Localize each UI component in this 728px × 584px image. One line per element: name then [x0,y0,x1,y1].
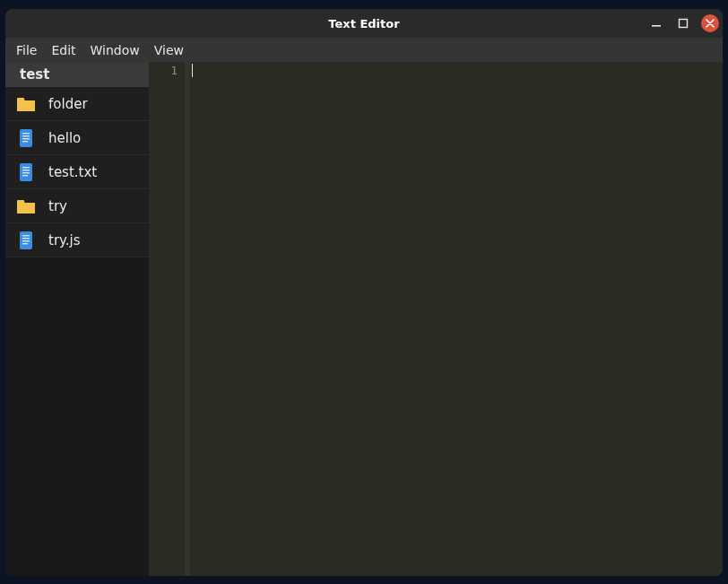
sidebar-item-try[interactable]: try [5,189,149,223]
svg-rect-5 [22,135,30,136]
file-icon [16,128,36,148]
file-label: hello [48,130,81,146]
body: test folder hello test.txt [5,62,723,576]
menu-view[interactable]: View [149,40,189,60]
close-button[interactable] [701,14,719,32]
sidebar-root[interactable]: test [5,62,149,87]
svg-rect-7 [22,141,28,142]
window-title: Text Editor [5,17,723,31]
menubar: File Edit Window View [5,38,723,62]
file-label: folder [48,96,88,112]
maximize-button[interactable] [674,14,692,32]
svg-rect-10 [22,170,30,170]
minimize-button[interactable] [647,14,665,32]
svg-rect-1 [680,20,688,28]
svg-rect-18 [22,243,28,244]
window-controls [647,9,719,38]
editor: 1 [149,62,723,576]
menu-file[interactable]: File [11,40,42,60]
menu-window[interactable]: Window [85,40,145,60]
sidebar-item-try-js[interactable]: try.js [5,223,149,257]
text-cursor [192,64,193,77]
sidebar-item-hello[interactable]: hello [5,121,149,155]
svg-rect-13 [17,200,24,203]
editor-textarea[interactable] [190,62,723,576]
svg-rect-2 [17,98,24,100]
svg-rect-0 [652,25,661,27]
minimize-icon [651,18,662,29]
file-icon [16,162,36,182]
app-window: Text Editor File Edit Window View test [5,9,723,576]
folder-icon [16,196,36,216]
svg-rect-4 [22,133,30,134]
close-icon [706,19,715,28]
editor-inner: 1 [149,62,723,576]
maximize-icon [678,18,689,29]
svg-rect-6 [22,138,30,139]
file-label: test.txt [48,164,97,180]
svg-rect-12 [22,175,28,176]
file-label: try [48,198,67,214]
titlebar[interactable]: Text Editor [5,9,723,38]
svg-rect-9 [22,167,30,168]
svg-rect-17 [22,240,30,241]
svg-rect-16 [22,238,30,239]
folder-icon [16,94,36,114]
file-label: try.js [48,232,81,248]
svg-rect-15 [22,235,30,236]
line-gutter: 1 [149,62,185,576]
file-icon [16,231,36,250]
line-number: 1 [149,64,178,77]
sidebar-item-folder[interactable]: folder [5,87,149,121]
sidebar-item-test-txt[interactable]: test.txt [5,155,149,189]
svg-rect-11 [22,172,30,173]
menu-edit[interactable]: Edit [46,40,81,60]
sidebar: test folder hello test.txt [5,62,149,576]
